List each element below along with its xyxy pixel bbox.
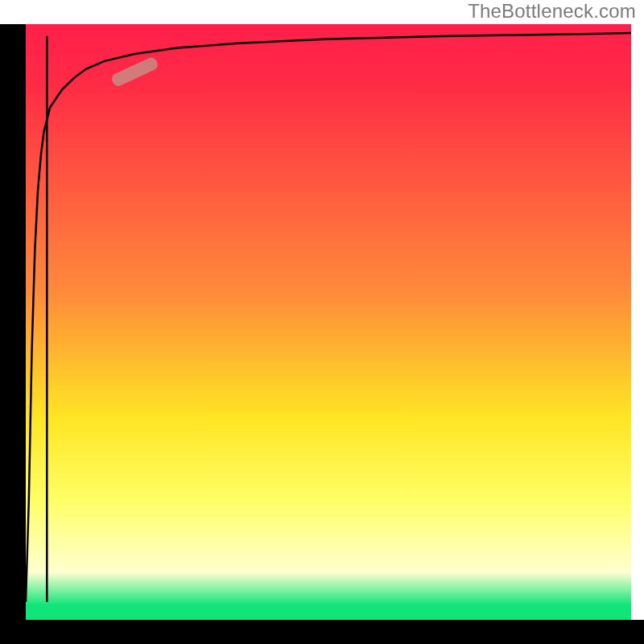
axis-frame-left — [0, 24, 26, 620]
bottleneck-curve-line — [26, 33, 631, 602]
plot-area — [26, 24, 631, 620]
highlight-marker — [110, 56, 159, 88]
chart-stage: TheBottleneck.com — [0, 0, 644, 644]
axis-frame-bottom — [0, 620, 644, 644]
watermark-text: TheBottleneck.com — [468, 0, 636, 23]
curve-layer — [26, 24, 631, 620]
